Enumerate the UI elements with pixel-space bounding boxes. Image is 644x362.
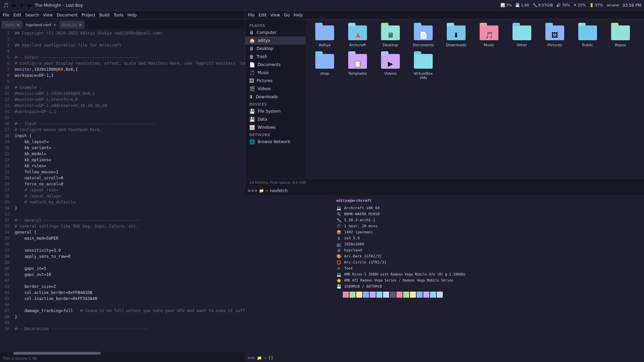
sidebar-item-desktop-label: Desktop <box>257 46 273 51</box>
shell-icon: $ <box>336 235 341 241</box>
tab-zshrc[interactable]: .zshrc ✕ <box>1 21 22 29</box>
media-prev-icon[interactable]: ⏮ <box>11 2 17 8</box>
prompt-path: ~ <box>264 356 266 360</box>
file-public[interactable]: Public <box>573 23 603 49</box>
data-icon: 💾 <box>249 117 255 122</box>
battery-value: 97% <box>595 3 603 7</box>
sidebar-item-computer[interactable]: 🖥 Computer <box>245 28 306 37</box>
volume-value: 70% <box>562 3 570 7</box>
tab-fonts-close[interactable]: ✕ <box>79 23 82 27</box>
sidebar-item-music[interactable]: 🎵 Music <box>245 69 306 77</box>
fm-menu-view[interactable]: View <box>270 13 280 17</box>
cpu-stat: 📊 3% <box>500 3 512 7</box>
fm-menu-go[interactable]: Go <box>284 13 290 17</box>
fm-menu-edit[interactable]: Edit <box>259 13 266 17</box>
folder-pictures-icon: 🖼 <box>545 25 564 42</box>
fm-menubar: File Edit View Go Help <box>245 11 644 19</box>
fm-files-grid: Aditya 🔺 Archcraft <box>310 23 640 82</box>
sidebar-item-filesystem-label: File System <box>258 109 281 114</box>
file-repos[interactable]: Repos <box>605 23 636 49</box>
wm-value: hyprland <box>344 247 362 253</box>
file-aditya[interactable]: Aditya <box>310 23 340 49</box>
info-os: 💻 Archcraft x86_64 <box>336 205 640 211</box>
file-shop[interactable]: shop <box>310 52 340 82</box>
sidebar-item-trash[interactable]: 🗑 Trash <box>245 53 306 61</box>
sidebar-item-windows-label: Windows <box>258 125 276 130</box>
menu-project[interactable]: Project <box>82 13 95 17</box>
terminal-value: foot <box>344 265 353 272</box>
file-templates[interactable]: 📋 Templates <box>342 52 373 82</box>
sidebar-item-windows[interactable]: 🪟 Windows <box>245 123 306 131</box>
menu-file[interactable]: File <box>3 13 9 17</box>
sidebar-item-filesystem[interactable]: 💾 File System <box>245 107 306 115</box>
editor-scrollbar[interactable] <box>0 352 245 355</box>
devices-title: Devices <box>245 101 306 107</box>
menu-view[interactable]: View <box>43 13 53 17</box>
neofetch-username: aditya@archcraft <box>336 198 640 204</box>
menu-search[interactable]: Search <box>25 13 39 17</box>
folder-public-icon <box>578 25 597 42</box>
host-icon: 🔌 <box>336 211 341 217</box>
file-videos[interactable]: ▶ Videos <box>375 52 406 82</box>
info-icons: ⭕ Arc-Circle [GTK2/3] <box>336 259 640 265</box>
computer-icon: 🖥 <box>249 30 254 35</box>
file-aditya-name: Aditya <box>319 43 331 47</box>
neofetch-art-container: ................. .................·····… <box>245 195 332 354</box>
tab-zshrc-close[interactable]: ✕ <box>17 23 19 27</box>
prompt-cursor: [] <box>268 356 273 360</box>
swatch-5 <box>370 292 376 298</box>
sidebar-item-pictures[interactable]: 🖼 Pictures <box>245 77 306 85</box>
media-next-icon[interactable]: ⏭ <box>27 2 33 8</box>
media-play-icon[interactable]: ⏸ <box>19 2 25 8</box>
swatch-6 <box>376 292 382 298</box>
tab-hyprland-close[interactable]: ✕ <box>53 23 56 27</box>
terminal-body[interactable]: ................. .................·····… <box>245 195 644 354</box>
swatch-11 <box>410 292 416 298</box>
menu-edit[interactable]: Edit <box>13 13 21 17</box>
sidebar-item-aditya[interactable]: 🏠 aditya <box>245 37 306 45</box>
file-music-name: Music <box>484 43 494 47</box>
file-virtualbox[interactable]: VirtualBox VMs <box>408 52 438 82</box>
fm-menu-help[interactable]: Help <box>293 13 303 17</box>
tab-fonts[interactable]: fonts.ini ✕ <box>59 21 85 29</box>
sidebar-item-videos[interactable]: 🎬 Videos <box>245 85 306 93</box>
folder-shop-icon <box>315 54 334 70</box>
folder-desktop-icon: 🖥 <box>381 25 400 42</box>
fm-statusbar: 14 folders, Free space: 8.6 GiB <box>245 178 644 186</box>
menu-tools[interactable]: Tools <box>113 13 123 17</box>
tab-hyprland[interactable]: hyprland.conf ✕ <box>23 21 59 29</box>
windows-icon: 🪟 <box>249 125 255 130</box>
sidebar-item-documents[interactable]: 📄 Documents <box>245 61 306 69</box>
resolution-value: 644x362 <box>344 241 364 247</box>
editor-status-text: This is Geany 1.38. <box>3 356 38 361</box>
sidebar-item-videos-label: Videos <box>258 86 271 91</box>
file-pictures[interactable]: 🖼 Pictures <box>540 23 570 49</box>
sidebar-item-downloads[interactable]: ⬇ Downloads <box>245 93 306 101</box>
file-music[interactable]: 🎵 Music <box>474 23 504 49</box>
os-value: Archcraft x86_64 <box>344 205 380 211</box>
desktop-icon: 🖥 <box>249 46 254 51</box>
trash-icon: 🗑 <box>249 54 254 59</box>
file-documents[interactable]: 📄 Documents <box>408 23 438 49</box>
icons-icon: ⭕ <box>336 259 341 265</box>
sidebar-item-desktop[interactable]: 🖥 Desktop <box>245 45 306 53</box>
menu-help[interactable]: Help <box>127 13 137 17</box>
file-archcraft-name: Archcraft <box>349 43 366 47</box>
fm-body: Places 🖥 Computer 🏠 aditya 🖥 Desktop <box>245 19 644 178</box>
file-other[interactable]: Other <box>507 23 537 49</box>
wm-icon: 🖥 <box>336 247 341 253</box>
swatch-12 <box>417 292 423 298</box>
tab-fonts-label: fonts.ini <box>62 23 77 27</box>
file-downloads[interactable]: ⬇ Downloads <box>441 23 471 49</box>
menu-build[interactable]: Build <box>99 13 109 17</box>
file-archcraft[interactable]: 🔺 Archcraft <box>342 23 373 49</box>
fm-menu-file[interactable]: File <box>248 13 255 17</box>
file-desktop[interactable]: 🖥 Desktop <box>375 23 406 49</box>
now-playing: The Midnight – Lost Boy <box>35 3 83 8</box>
terminal-prompt[interactable]: >>> 📁 ~ [] <box>245 354 644 362</box>
sidebar-item-network[interactable]: 🌐 Browse Network <box>245 138 306 146</box>
menu-document[interactable]: Document <box>57 13 77 17</box>
editor-scrollbar-thumb[interactable] <box>13 352 101 355</box>
sidebar-item-data[interactable]: 💾 Data <box>245 115 306 123</box>
editor-code[interactable]: ## Copyright (C) 2020-2022 Aditya Shakya… <box>12 29 245 352</box>
